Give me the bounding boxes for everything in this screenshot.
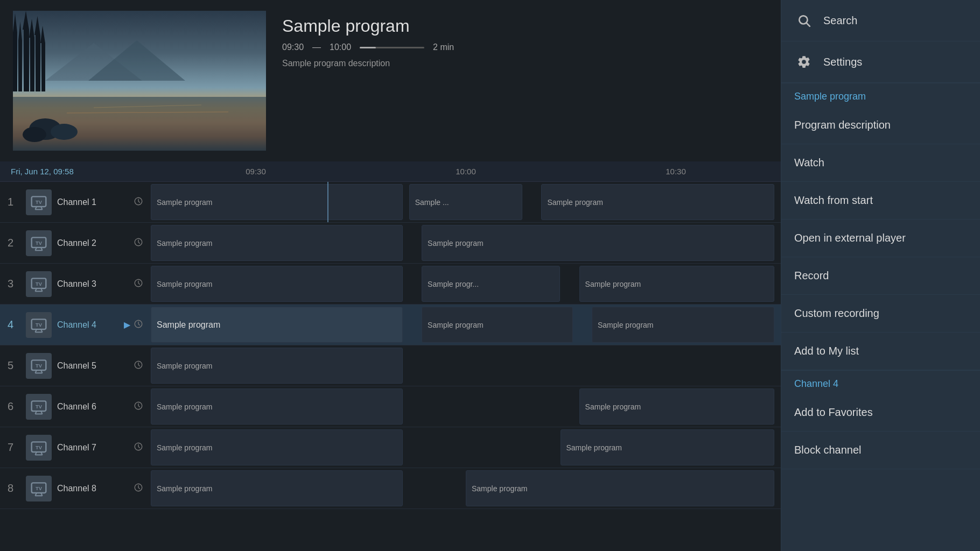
channel-logo: TV (26, 476, 52, 501)
program-time: 09:30 — 10:00 2 min (282, 43, 768, 52)
program-cell[interactable]: Sample program (466, 470, 774, 506)
programs-3: Sample programSample progr...Sample prog… (151, 264, 781, 304)
programs-7: Sample programSample program (151, 427, 781, 468)
sidebar-item-custom-recording[interactable]: Custom recording (781, 295, 980, 333)
time-remaining: 2 min (433, 43, 454, 52)
channel-logo: TV (26, 189, 52, 215)
svg-text:TV: TV (36, 445, 43, 450)
channel-actions (134, 360, 143, 372)
sidebar-item-open-external[interactable]: Open in external player (781, 220, 980, 257)
channel-logo: TV (26, 271, 52, 297)
epg-section: Fri, Jun 12, 09:58 09:30 10:00 10:30 1 T… (0, 161, 781, 551)
program-cell[interactable]: Sample program (151, 388, 403, 425)
channel-row-7[interactable]: 7 TV Channel 7 Sample programSample prog… (0, 427, 781, 468)
program-cell[interactable]: Sample program (151, 225, 403, 261)
svg-text:TV: TV (36, 281, 43, 287)
sidebar-item-settings[interactable]: Settings (781, 41, 980, 83)
open-external-label: Open in external player (794, 232, 906, 244)
channel-row-3[interactable]: 3 TV Channel 3 Sample programSample prog… (0, 264, 781, 305)
search-icon (794, 11, 814, 30)
program-cell[interactable]: Sample program (151, 470, 403, 506)
channel-logo: TV (26, 353, 52, 379)
svg-rect-2 (13, 32, 17, 91)
main-content: Sample program 09:30 — 10:00 2 min Sampl… (0, 0, 781, 551)
program-cell[interactable]: Sample program (151, 184, 403, 220)
sidebar-item-program-description[interactable]: Program description (781, 107, 980, 144)
programs-8: Sample programSample program (151, 468, 781, 508)
time-start: 09:30 (282, 43, 304, 52)
clock-icon (134, 360, 143, 372)
time-header: Fri, Jun 12, 09:58 09:30 10:00 10:30 (0, 161, 781, 182)
channel-info-3: 3 TV Channel 3 (0, 264, 151, 304)
channel-logo: TV (26, 394, 52, 420)
svg-rect-12 (41, 43, 45, 91)
clock-icon (134, 401, 143, 413)
program-description: Sample program description (282, 59, 768, 68)
channel-row-2[interactable]: 2 TV Channel 2 Sample programSample prog… (0, 223, 781, 264)
clock-icon (134, 442, 143, 454)
svg-point-17 (23, 127, 46, 142)
svg-rect-10 (36, 35, 40, 91)
svg-point-18 (51, 124, 78, 140)
sidebar-item-watch[interactable]: Watch (781, 144, 980, 182)
program-cell[interactable]: Sample program (151, 266, 403, 302)
watch-label: Watch (794, 157, 824, 169)
channel-row-1[interactable]: 1 TV Channel 1 Sample programSample ...S… (0, 182, 781, 223)
program-cell[interactable]: Sample program (422, 225, 774, 261)
program-cell[interactable]: Sample program (422, 307, 573, 343)
svg-text:TV: TV (36, 322, 43, 328)
channel-info-8: 8 TV Channel 8 (0, 468, 151, 508)
time-slot-3: 10:30 (571, 167, 781, 176)
sidebar-item-watch-from-start[interactable]: Watch from start (781, 182, 980, 220)
sidebar-item-record[interactable]: Record (781, 257, 980, 295)
time-separator: — (312, 43, 321, 52)
svg-text:TV: TV (36, 486, 43, 491)
programs-5: Sample program (151, 345, 781, 386)
program-cell[interactable]: Sample program (579, 388, 775, 425)
svg-text:TV: TV (36, 363, 43, 369)
channel-actions (134, 237, 143, 249)
clock-icon (134, 196, 143, 208)
program-cell[interactable]: Sample progr... (422, 266, 560, 302)
svg-text:TV: TV (36, 241, 43, 246)
clock-icon (134, 319, 143, 331)
progress-fill (360, 47, 376, 48)
channel-row-4[interactable]: 4 TV Channel 4 ▶ Sample programSample pr… (0, 305, 781, 345)
channel-name: Channel 6 (57, 402, 128, 412)
channel-number: 5 (8, 359, 20, 372)
program-cell[interactable]: Sample program (561, 429, 775, 465)
sidebar-item-add-favorites[interactable]: Add to Favorites (781, 394, 980, 432)
channel-number: 7 (8, 441, 20, 454)
sidebar: Search Settings Sample program Program d… (781, 0, 980, 551)
channel-number: 4 (8, 319, 20, 331)
svg-rect-8 (30, 38, 34, 91)
custom-recording-label: Custom recording (794, 307, 879, 320)
program-title: Sample program (282, 16, 768, 36)
sidebar-item-block-channel[interactable]: Block channel (781, 432, 980, 469)
channel-number: 1 (8, 196, 20, 208)
channel-actions: ▶ (124, 319, 143, 331)
channel-number: 2 (8, 237, 20, 249)
sidebar-item-add-mylist[interactable]: Add to My list (781, 333, 980, 370)
programs-2: Sample programSample program (151, 223, 781, 263)
channel-row-6[interactable]: 6 TV Channel 6 Sample programSample prog… (0, 386, 781, 427)
svg-rect-4 (18, 40, 22, 91)
program-cell[interactable]: Sample program (579, 266, 775, 302)
program-cell[interactable]: Sample program (592, 307, 774, 343)
sidebar-item-search[interactable]: Search (781, 0, 980, 41)
programs-6: Sample programSample program (151, 386, 781, 427)
clock-icon (134, 483, 143, 495)
channel-row-8[interactable]: 8 TV Channel 8 Sample programSample prog… (0, 468, 781, 509)
program-cell[interactable]: Sample program (151, 307, 403, 343)
channel-info-4: 4 TV Channel 4 ▶ (0, 305, 151, 345)
channel-list: 1 TV Channel 1 Sample programSample ...S… (0, 182, 781, 509)
program-cell[interactable]: Sample program (151, 348, 403, 384)
channel-row-5[interactable]: 5 TV Channel 5 Sample program (0, 345, 781, 386)
program-cell[interactable]: Sample program (541, 184, 774, 220)
sidebar-section-program: Sample program (781, 83, 980, 107)
time-indicator (327, 182, 328, 222)
program-cell[interactable]: Sample program (151, 429, 403, 465)
channel-number: 3 (8, 278, 20, 290)
channel-actions (134, 196, 143, 208)
program-cell[interactable]: Sample ... (409, 184, 523, 220)
